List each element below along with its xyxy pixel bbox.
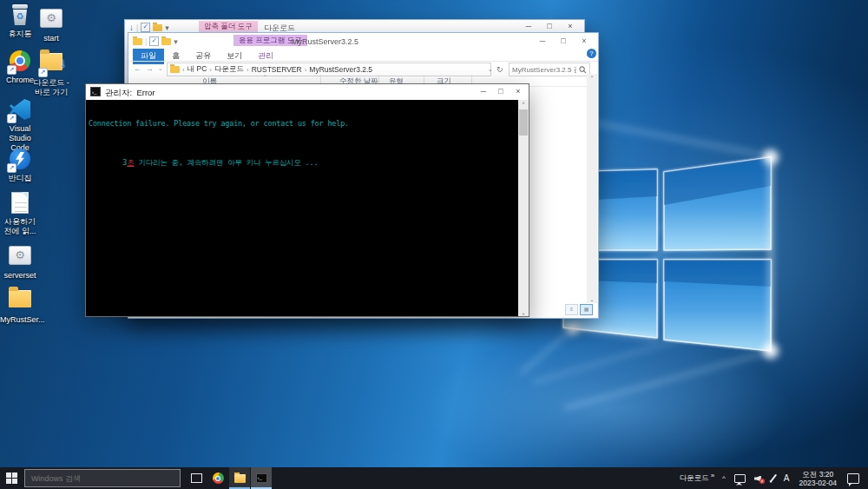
icon-label: 사용하기 — [0, 217, 40, 227]
task-view-button[interactable] — [186, 467, 207, 489]
countdown-unit: 초 — [127, 158, 134, 167]
desktop-icon-downloads-shortcut[interactable]: ↓ ↗ 다운로드 - 바로 가기 — [31, 50, 71, 97]
chrome-icon — [213, 472, 224, 484]
maximize-button[interactable]: □ — [553, 35, 574, 48]
tray-toolbar-label[interactable]: 다운로드 — [680, 473, 709, 484]
taskbar-chrome[interactable] — [207, 467, 228, 489]
desktop-icon-start[interactable]: ⚙ start — [31, 6, 71, 43]
desktop-icon-vscode[interactable]: ↗ Visual Studio Code — [0, 98, 40, 152]
search-box[interactable] — [509, 63, 590, 76]
console-line-error: Connection failure. Please try again, or… — [86, 119, 529, 128]
desktop-icon-readme[interactable]: 사용하기 전에 읽... — [0, 192, 40, 236]
qat-customize-icon[interactable]: ▾ — [165, 23, 169, 32]
action-center-button[interactable] — [847, 473, 859, 484]
window-title: MyRustServer3.2.5 — [292, 37, 358, 46]
windows-logo-icon — [6, 472, 17, 484]
downloads-arrow-icon: ↓ — [129, 23, 134, 32]
forward-button[interactable]: → — [146, 64, 154, 73]
task-view-icon — [191, 473, 202, 483]
file-explorer-icon — [234, 474, 246, 483]
window-controls: ─ □ × — [518, 20, 581, 33]
desktop-screen: ♻ 휴지통 ⚙ start ↗ Chrome ↓ ↗ 다운로드 - 바로 가기 … — [0, 0, 868, 489]
help-icon[interactable]: ? — [587, 49, 596, 58]
window-icon — [133, 38, 142, 45]
crumb-separator: › — [305, 66, 307, 74]
gear-icon: ⚙ — [40, 9, 62, 28]
crumb-separator: › — [209, 66, 212, 74]
search-input[interactable] — [510, 66, 579, 74]
download-arrow-icon: ↓ — [60, 55, 67, 69]
list-view-button[interactable]: ≡ — [565, 304, 578, 315]
breadcrumb-myrustserver[interactable]: MyRustServer3.2.5 — [309, 65, 372, 74]
back-button[interactable]: ← — [134, 64, 141, 73]
properties-icon[interactable]: ✓ — [141, 23, 150, 32]
title-bar[interactable]: | ✓ ▾ 응용 프로그램 도구 MyRustServer3.2.5 ─ □ × — [128, 33, 598, 49]
breadcrumb-this-pc[interactable]: 내 PC — [187, 64, 207, 75]
quick-access-toolbar: | ✓ ▾ — [133, 36, 178, 46]
clock-time: 오전 3:20 — [799, 470, 837, 479]
context-tab-compressed-tools[interactable]: 압축 폴더 도구 — [199, 21, 258, 32]
taskbar-command-prompt[interactable]: ›_ — [251, 467, 272, 489]
shortcut-arrow-icon: ↗ — [38, 68, 48, 77]
toolbar-overflow-icon[interactable]: » — [711, 472, 714, 479]
minimize-button[interactable]: ─ — [532, 35, 553, 48]
large-icons-view-button[interactable]: ▦ — [580, 304, 593, 315]
minimize-button[interactable]: ─ — [518, 20, 539, 33]
cmd-icon: ›_ — [256, 473, 267, 483]
network-icon[interactable] — [734, 474, 746, 483]
show-hidden-icons-button[interactable]: ^ — [722, 474, 726, 482]
desktop-icon-serverset[interactable]: ⚙ serverset — [0, 243, 40, 281]
maximize-button[interactable]: □ — [539, 20, 560, 33]
ime-language-indicator[interactable]: A — [784, 473, 790, 483]
pen-input-icon[interactable] — [773, 473, 774, 483]
shortcut-arrow-icon: ↗ — [7, 163, 16, 173]
icon-label: serverset — [0, 271, 40, 281]
taskbar-search-input[interactable] — [25, 474, 180, 483]
scrollbar-thumb[interactable] — [519, 109, 528, 135]
shortcut-arrow-icon: ↗ — [7, 114, 16, 123]
start-button[interactable] — [0, 467, 23, 489]
system-tray: 다운로드 » ^ × A 오전 3:20 2023-02-04 — [680, 467, 868, 489]
scroll-down-icon[interactable]: ⌄ — [518, 309, 529, 315]
qat-customize-icon[interactable]: ▾ — [174, 37, 178, 46]
breadcrumb-downloads[interactable]: 다운로드 — [214, 64, 244, 75]
file-list-scrollbar[interactable]: ⌃ ⌄ — [587, 74, 597, 303]
taskbar-file-explorer[interactable] — [229, 467, 250, 489]
address-bar[interactable]: › 내 PC › 다운로드 › RUSTSERVER › MyRustServe… — [167, 63, 491, 76]
tab-file[interactable]: 파일 — [133, 49, 164, 64]
taskbar-clock[interactable]: 오전 3:20 2023-02-04 — [799, 470, 837, 487]
close-button[interactable]: × — [560, 20, 581, 33]
volume-muted-icon[interactable]: × — [754, 474, 763, 483]
console-title-bar[interactable]: ›_ 관리자: Error ─ □ × — [86, 84, 529, 100]
address-dropdown-icon[interactable]: ⌄ — [488, 66, 493, 73]
close-button[interactable]: × — [510, 85, 527, 98]
countdown-message: 기다리는 중, 계속하려면 아무 키나 누르십시오 ... — [135, 158, 319, 167]
minimize-button[interactable]: ─ — [475, 85, 492, 98]
console-output[interactable]: Connection failure. Please try again, or… — [86, 100, 529, 316]
new-folder-icon[interactable] — [161, 38, 171, 45]
scroll-up-icon[interactable]: ⌃ — [587, 75, 597, 81]
taskbar: ›_ 다운로드 » ^ × A 오전 3:20 2023-02-04 — [0, 467, 868, 489]
desktop-icon-bandizip[interactable]: ↗ 반디집 — [0, 148, 40, 183]
gear-icon: ⚙ — [9, 246, 31, 265]
new-folder-icon[interactable] — [153, 24, 162, 31]
icon-label: start — [31, 34, 71, 43]
scroll-down-icon[interactable]: ⌄ — [587, 296, 597, 302]
scroll-up-icon[interactable]: ⌃ — [518, 101, 529, 107]
breadcrumb-rustserver[interactable]: RUSTSERVER — [252, 65, 302, 74]
cmd-icon: ›_ — [90, 87, 101, 96]
recent-locations-icon[interactable]: ⌄ — [158, 65, 163, 72]
properties-icon[interactable]: ✓ — [149, 36, 159, 46]
sort-ascending-icon: ⌃ — [263, 74, 267, 80]
document-icon — [11, 192, 29, 214]
close-button[interactable]: × — [574, 35, 595, 48]
maximize-button[interactable]: □ — [492, 85, 510, 98]
console-scrollbar[interactable]: ⌃ ⌄ — [518, 100, 529, 316]
console-line-countdown: 3초 기다리는 중, 계속하려면 아무 키나 누르십시오 ... — [86, 149, 529, 177]
refresh-icon[interactable]: ↻ — [496, 65, 503, 74]
desktop-icon-myrustserver-folder[interactable]: MyRustSer... — [0, 287, 40, 325]
icon-label-line2: 바로 가기 — [31, 88, 71, 97]
icon-label: 반디집 — [0, 174, 40, 183]
crumb-separator: › — [182, 66, 185, 74]
taskbar-search[interactable] — [24, 469, 181, 487]
